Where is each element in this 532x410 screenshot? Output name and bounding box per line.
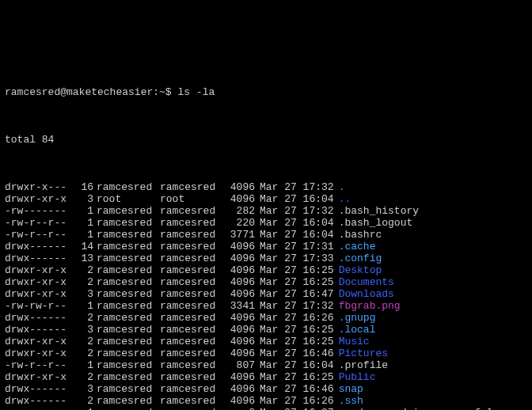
owner: ramcesred [93,229,160,241]
size: 3341 [223,300,255,312]
group: ramcesred [160,241,223,252]
date: Mar 27 17:32 [255,205,334,217]
permissions: -rw-r--r-- [5,229,74,241]
permissions: -rw-r--r-- [5,407,74,410]
group: ramcesred [160,205,223,217]
group: ramcesred [160,336,223,347]
permissions: drwxr-xr-x [5,336,74,347]
filename: . [334,181,345,193]
list-item: drwx------3ramcesredramcesred4096Mar 27 … [5,383,527,395]
date: Mar 27 16:25 [255,276,334,288]
date: Mar 27 16:27 [255,407,334,410]
permissions: drwxr-xr-x [5,347,74,359]
list-item: drwx------14ramcesredramcesred4096Mar 27… [5,241,527,252]
file-listing: drwxr-x---16ramcesredramcesred4096Mar 27… [5,181,527,410]
link-count: 14 [74,241,93,252]
group: ramcesred [160,371,223,383]
date: Mar 27 16:46 [255,347,334,359]
link-count: 3 [74,193,93,205]
filename: Public [334,371,376,383]
owner: ramcesred [93,336,160,347]
owner: ramcesred [93,252,160,264]
prompt-line-1: ramcesred@maketecheasier:~$ ls -la [5,86,527,98]
size: 3771 [223,229,255,241]
link-count: 1 [74,229,93,241]
group: root [160,193,223,205]
size: 4096 [223,241,255,252]
permissions: -rw-r--r-- [5,217,74,229]
filename: Documents [334,276,394,288]
link-count: 2 [74,312,93,324]
group: ramcesred [160,264,223,276]
date: Mar 27 16:04 [255,359,334,371]
filename: fbgrab.png [334,300,401,312]
date: Mar 27 16:25 [255,371,334,383]
size: 4096 [223,371,255,383]
group: ramcesred [160,395,223,407]
group: ramcesred [160,252,223,264]
list-item: drwxr-xr-x3rootroot4096Mar 27 16:04.. [5,193,527,205]
owner: ramcesred [93,217,160,229]
date: Mar 27 17:33 [255,252,334,264]
list-item: -rw-r--r--1ramcesredramcesred807Mar 27 1… [5,359,527,371]
group: ramcesred [160,181,223,193]
group: ramcesred [160,359,223,371]
owner: ramcesred [93,383,160,395]
filename: .profile [334,359,388,371]
group: ramcesred [160,347,223,359]
list-item: -rw-rw-r--1ramcesredramcesred3341Mar 27 … [5,300,527,312]
list-item: drwx------2ramcesredramcesred4096Mar 27 … [5,312,527,324]
size: 4096 [223,324,255,336]
date: Mar 27 16:26 [255,395,334,407]
size: 807 [223,359,255,371]
link-count: 2 [74,336,93,347]
date: Mar 27 16:25 [255,264,334,276]
owner: ramcesred [93,407,160,410]
date: Mar 27 16:47 [255,288,334,300]
size: 4096 [223,264,255,276]
link-count: 1 [74,300,93,312]
size: 4096 [223,276,255,288]
group: ramcesred [160,288,223,300]
size: 220 [223,217,255,229]
owner: ramcesred [93,324,160,336]
date: Mar 27 16:26 [255,312,334,324]
permissions: drwxr-xr-x [5,276,74,288]
link-count: 1 [74,359,93,371]
permissions: -rw-r--r-- [5,359,74,371]
date: Mar 27 17:32 [255,300,334,312]
owner: ramcesred [93,181,160,193]
owner: ramcesred [93,312,160,324]
filename: .bash_history [334,205,419,217]
permissions: -rw-rw-r-- [5,300,74,312]
list-item: drwxr-xr-x3ramcesredramcesred4096Mar 27 … [5,288,527,300]
filename: .bashrc [334,229,382,241]
date: Mar 27 16:04 [255,229,334,241]
link-count: 3 [74,288,93,300]
group: ramcesred [160,229,223,241]
prompt-command: ls -la [177,86,215,98]
link-count: 2 [74,395,93,407]
link-count: 13 [74,252,93,264]
owner: ramcesred [93,288,160,300]
owner: ramcesred [93,264,160,276]
link-count: 3 [74,324,93,336]
filename: .. [334,193,352,205]
terminal[interactable]: ramcesred@maketecheasier:~$ ls -la total… [5,51,527,410]
filename: .sudo_as_admin_successful [334,407,493,410]
link-count: 2 [74,371,93,383]
group: ramcesred [160,407,223,410]
link-count: 1 [74,407,93,410]
size: 0 [223,407,255,410]
owner: ramcesred [93,205,160,217]
size: 4096 [223,312,255,324]
total-line: total 84 [5,134,527,146]
size: 4096 [223,347,255,359]
filename: Music [334,336,370,347]
date: Mar 27 16:46 [255,383,334,395]
list-item: -rw-r--r--1ramcesredramcesred3771Mar 27 … [5,229,527,241]
filename: .config [334,252,382,264]
group: ramcesred [160,383,223,395]
size: 4096 [223,252,255,264]
list-item: drwxr-xr-x2ramcesredramcesred4096Mar 27 … [5,347,527,359]
